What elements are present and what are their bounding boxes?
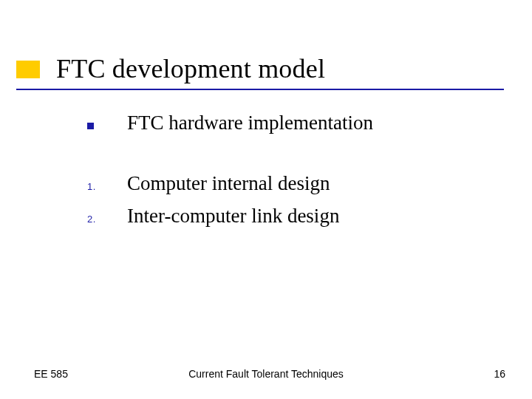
list-item-text: Inter-computer link design <box>127 204 339 229</box>
accent-box <box>16 61 40 78</box>
title-wrap: FTC development model <box>56 53 502 84</box>
list-number: 1. <box>87 177 127 192</box>
footer-center: Current Fault Tolerant Techniques <box>0 368 532 380</box>
list-item-text: Computer internal design <box>127 171 330 197</box>
bullet-square-icon <box>87 115 127 132</box>
page-number: 16 <box>494 368 505 380</box>
list-item: FTC hardware implementation <box>87 111 488 136</box>
slide-title: FTC development model <box>56 53 502 84</box>
title-underline <box>16 89 504 90</box>
list-number: 2. <box>87 209 127 225</box>
list-item: 1. Computer internal design <box>87 171 488 197</box>
body: FTC hardware implementation 1. Computer … <box>87 111 488 253</box>
list-item-text: FTC hardware implementation <box>127 111 373 136</box>
list-item: 2. Inter-computer link design <box>87 204 488 229</box>
slide: FTC development model FTC hardware imple… <box>0 0 532 399</box>
